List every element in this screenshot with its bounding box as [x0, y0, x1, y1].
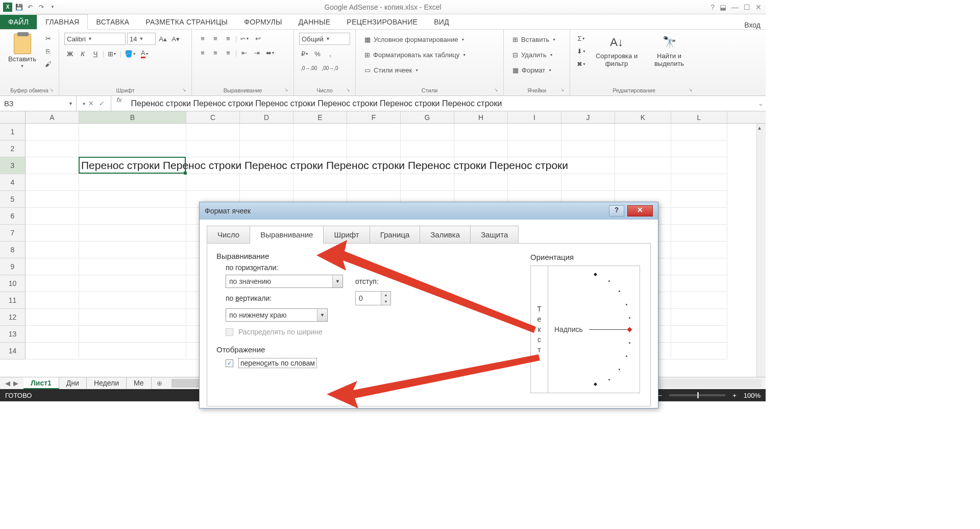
- save-icon[interactable]: 💾: [14, 3, 23, 12]
- horizontal-align-combo[interactable]: по значению▼: [226, 275, 343, 288]
- cell[interactable]: [293, 174, 347, 191]
- cell[interactable]: [671, 124, 727, 140]
- cell[interactable]: [26, 309, 79, 326]
- column-header[interactable]: A: [26, 111, 79, 123]
- cell[interactable]: [79, 208, 186, 225]
- column-header[interactable]: B: [79, 111, 186, 123]
- cell[interactable]: [26, 174, 79, 191]
- dialog-tab-fill[interactable]: Заливка: [420, 226, 471, 244]
- spin-down-icon[interactable]: ▼: [381, 298, 390, 305]
- undo-icon[interactable]: ↶: [26, 3, 35, 12]
- cell[interactable]: [671, 275, 727, 292]
- align-middle-icon[interactable]: ≡: [210, 33, 221, 44]
- cell[interactable]: [508, 174, 561, 191]
- dialog-help-button[interactable]: ?: [609, 205, 624, 217]
- row-header[interactable]: 10: [0, 275, 26, 292]
- cell[interactable]: [26, 292, 79, 309]
- fill-color-button[interactable]: 🪣▼: [123, 48, 138, 59]
- paste-button[interactable]: Вставить ▼: [5, 33, 39, 69]
- cell[interactable]: [561, 140, 615, 157]
- cell[interactable]: [671, 242, 727, 258]
- select-all-corner[interactable]: [0, 111, 26, 123]
- clear-icon[interactable]: ✖▼: [575, 58, 587, 69]
- row-header[interactable]: 4: [0, 174, 26, 191]
- cell[interactable]: [79, 275, 186, 292]
- cell[interactable]: [79, 242, 186, 258]
- cell[interactable]: [561, 174, 615, 191]
- new-sheet-icon[interactable]: ⊕: [152, 379, 167, 387]
- column-header[interactable]: J: [561, 111, 615, 123]
- font-name-combo[interactable]: Calibri▼: [64, 33, 126, 45]
- align-center-icon[interactable]: ≡: [210, 47, 221, 58]
- vertical-align-combo[interactable]: по нижнему краю▼: [226, 308, 328, 322]
- cell[interactable]: [240, 124, 293, 140]
- align-right-icon[interactable]: ≡: [223, 47, 234, 58]
- cell[interactable]: [401, 174, 454, 191]
- underline-button[interactable]: Ч: [90, 48, 101, 59]
- format-cells-button[interactable]: ▦Формат▼: [509, 63, 555, 77]
- cell[interactable]: [671, 208, 727, 225]
- merge-icon[interactable]: ⬌▼: [264, 47, 277, 58]
- borders-button[interactable]: ⊞▼: [106, 48, 118, 59]
- cell[interactable]: [561, 124, 615, 140]
- zoom-out-icon[interactable]: −: [658, 392, 663, 399]
- sheet-tab-3[interactable]: Ме: [127, 377, 152, 389]
- qat-dropdown-icon[interactable]: ▼: [48, 3, 57, 12]
- decrease-font-icon[interactable]: A▾: [170, 33, 181, 44]
- column-header[interactable]: D: [240, 111, 293, 123]
- cell[interactable]: [26, 124, 79, 140]
- cell[interactable]: [401, 157, 454, 174]
- column-header[interactable]: C: [186, 111, 240, 123]
- cancel-entry-icon[interactable]: ✕: [88, 100, 94, 107]
- cell[interactable]: [79, 292, 186, 309]
- cell[interactable]: [615, 157, 671, 174]
- cell[interactable]: [347, 174, 401, 191]
- cell[interactable]: [293, 157, 347, 174]
- cut-icon[interactable]: ✂: [42, 33, 54, 44]
- bold-button[interactable]: Ж: [64, 48, 76, 59]
- cell[interactable]: [79, 140, 186, 157]
- insert-cells-button[interactable]: ⊞Вставить▼: [509, 33, 559, 46]
- redo-icon[interactable]: ↷: [37, 3, 46, 12]
- cell[interactable]: [454, 157, 508, 174]
- column-header[interactable]: K: [615, 111, 671, 123]
- conditional-formatting-button[interactable]: ▦Условное форматирование▼: [361, 33, 468, 46]
- expand-formula-icon[interactable]: ⌄: [755, 96, 766, 111]
- name-box[interactable]: B3▼: [0, 96, 77, 111]
- tab-view[interactable]: ВИД: [426, 15, 457, 29]
- cell[interactable]: [293, 140, 347, 157]
- cell[interactable]: [508, 157, 561, 174]
- zoom-level[interactable]: 100%: [744, 392, 761, 399]
- sheet-tab-2[interactable]: Недели: [87, 377, 127, 389]
- cell[interactable]: [401, 140, 454, 157]
- tab-page-layout[interactable]: РАЗМЕТКА СТРАНИЦЫ: [137, 15, 236, 29]
- cell[interactable]: [561, 157, 615, 174]
- help-icon[interactable]: ?: [710, 3, 715, 11]
- cell-styles-button[interactable]: ▭Стили ячеек▼: [361, 63, 422, 77]
- cell[interactable]: [26, 225, 79, 242]
- column-header[interactable]: H: [454, 111, 508, 123]
- decrease-decimal-icon[interactable]: ,00→,0: [320, 62, 339, 74]
- decrease-indent-icon[interactable]: ⇤: [239, 47, 250, 58]
- tab-data[interactable]: ДАННЫЕ: [290, 15, 339, 29]
- cell[interactable]: [671, 157, 727, 174]
- format-as-table-button[interactable]: ⊞Форматировать как таблицу▼: [361, 48, 470, 61]
- row-header[interactable]: 13: [0, 326, 26, 343]
- tab-file[interactable]: ФАЙЛ: [0, 15, 37, 29]
- font-color-button[interactable]: A▼: [139, 48, 151, 59]
- cell[interactable]: [26, 258, 79, 275]
- tab-review[interactable]: РЕЦЕНЗИРОВАНИЕ: [338, 15, 426, 29]
- row-header[interactable]: 6: [0, 208, 26, 225]
- cell[interactable]: [508, 140, 561, 157]
- sort-filter-button[interactable]: A↓ Сортировка и фильтр: [591, 33, 643, 68]
- insert-function-icon[interactable]: fx: [111, 96, 127, 111]
- number-format-combo[interactable]: Общий▼: [299, 33, 350, 45]
- dialog-tab-protection[interactable]: Защита: [470, 226, 519, 244]
- cell[interactable]: [671, 140, 727, 157]
- row-header[interactable]: 5: [0, 191, 26, 208]
- scroll-up-icon[interactable]: ▲: [757, 124, 762, 133]
- align-left-icon[interactable]: ≡: [197, 47, 208, 58]
- cell[interactable]: [240, 157, 293, 174]
- italic-button[interactable]: К: [77, 48, 88, 59]
- cell[interactable]: [454, 124, 508, 140]
